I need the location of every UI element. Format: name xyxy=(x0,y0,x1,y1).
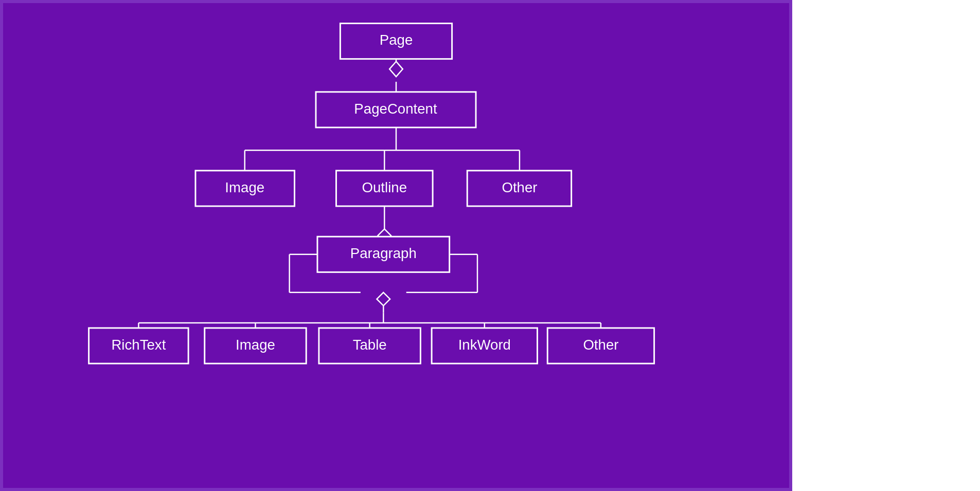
other2-label: Other xyxy=(583,337,618,353)
image1-label: Image xyxy=(225,179,264,195)
table-label: Table xyxy=(353,337,387,353)
page-label: Page xyxy=(380,32,413,48)
outline-label: Outline xyxy=(362,179,407,195)
richtext-label: RichText xyxy=(111,337,166,353)
inkword-label: InkWord xyxy=(458,337,511,353)
pagecontent-label: PageContent xyxy=(354,101,437,117)
paragraph-label: Paragraph xyxy=(350,245,417,261)
image2-label: Image xyxy=(236,337,275,353)
white-area xyxy=(792,0,980,491)
diagram-area: .node-rect { fill: #6a0dad; stroke: whit… xyxy=(0,0,792,491)
other1-label: Other xyxy=(502,179,537,195)
